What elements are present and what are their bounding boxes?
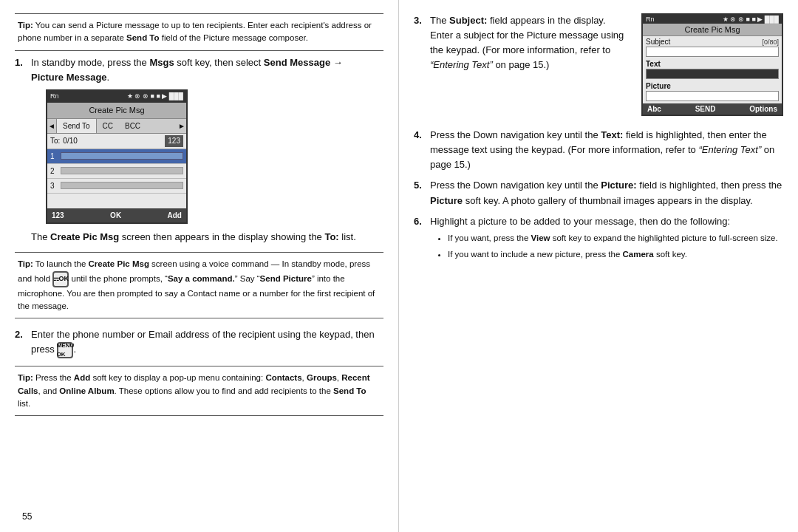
- step5-content: Press the Down navigation key until the …: [430, 178, 783, 208]
- step3-bold1: Subject:: [449, 15, 487, 26]
- menu-button-icon: ⚎OK: [52, 271, 69, 287]
- step2-num: 2.: [15, 327, 28, 358]
- step3-content: 3. The Subject: field appears in the dis…: [414, 13, 630, 122]
- phone1-row-3: 3: [47, 179, 186, 194]
- tip1-prefix: Tip:: [18, 21, 33, 30]
- tip3-prefix: Tip:: [18, 373, 33, 382]
- step2-text: Enter the phone number or Email address …: [31, 329, 375, 355]
- step5-num: 5.: [414, 178, 427, 208]
- tip3-text6: . These options allow you to find and ad…: [115, 386, 333, 395]
- tip3-text1: Press the: [33, 373, 74, 382]
- step5-text2: field is highlighted, then press the: [637, 180, 782, 191]
- phone2-status: Rn ★ ⊗ ⊗ ■ ■ ▶ ███: [643, 15, 782, 24]
- phone1-tab-right-arrow: ►: [177, 119, 186, 134]
- step1-text2: soft key, then select: [174, 57, 264, 68]
- phone2-bottom-left: Abc: [647, 105, 661, 113]
- bullet2-text1: If you want to include a new picture, pr…: [448, 250, 623, 259]
- phone2-bottom-right: Options: [749, 105, 777, 113]
- tip3-bold5: Online Album: [59, 386, 114, 395]
- phone1-bottom-right: Add: [168, 210, 182, 222]
- phone1-row-1: 1: [47, 149, 186, 164]
- step5-bold1: Picture:: [601, 180, 636, 191]
- phone2-picture-input: [646, 91, 779, 101]
- step2-menu-icon: MENUOK: [57, 342, 73, 358]
- step5-text3: soft key. A photo gallery of thumbnail i…: [463, 195, 753, 206]
- step1-text5: screen then appears in the display showi…: [119, 231, 324, 242]
- bullet1-text1: If you want, press the: [448, 233, 531, 242]
- step3-text1: The: [430, 15, 449, 26]
- tip-box-1: Tip: You can send a Picture message to u…: [15, 13, 383, 51]
- tip3-text2: soft key to display a pop-up menu contai…: [90, 373, 265, 382]
- right-column: 3. The Subject: field appears in the dis…: [399, 0, 798, 532]
- phone2-subject-count: [0/80]: [762, 38, 779, 46]
- phone1-tab-sendto: Send To: [56, 119, 97, 134]
- phone2-picture-label: Picture: [643, 81, 782, 90]
- step-3: 3. The Subject: field appears in the dis…: [414, 13, 630, 73]
- tip1-bold1: Send To: [126, 33, 160, 42]
- step1-arrow: →: [330, 57, 343, 68]
- phone1-tab-left-arrow: ◄: [47, 119, 56, 134]
- phone2-subject-input: [646, 47, 779, 57]
- tip2-bold2: Say a command.: [168, 274, 235, 283]
- phone1-bottom-left: 123: [52, 210, 64, 222]
- step5-text1: Press the Down navigation key until the: [430, 180, 601, 191]
- phone2-status-icons: ★ ⊗ ⊗ ■ ■ ▶ ███: [723, 16, 779, 23]
- tip3-bold1: Add: [74, 373, 90, 382]
- step1-bold2: Send Message: [264, 57, 330, 68]
- tip2-text4: ” Say “: [235, 274, 260, 283]
- step4-content: Press the Down navigation key until the …: [430, 128, 783, 172]
- phone1-to-label: To:: [50, 135, 60, 147]
- step6-num: 6.: [414, 214, 427, 262]
- phone1-tabs: ◄ Send To CC BCC ►: [47, 119, 186, 134]
- phone1-bottom-mid: OK: [110, 210, 121, 222]
- step1-text1: In standby mode, press the: [31, 57, 149, 68]
- left-column: Tip: You can send a Picture message to u…: [0, 0, 399, 532]
- phone1-title: Create Pic Msg: [47, 103, 186, 119]
- phone1-status: Rn ★ ⊗ ⊗ ■ ■ ▶ ███: [47, 91, 186, 103]
- step3-num: 3.: [414, 13, 427, 73]
- step1-content: In standby mode, press the Msgs soft key…: [31, 55, 383, 245]
- step3-text3: on page 15.): [493, 59, 550, 70]
- step1-num: 1.: [15, 55, 28, 245]
- step1-bold3: Picture Message: [31, 72, 107, 83]
- tip3-text7: list.: [18, 399, 30, 408]
- tip2-bold3: Send Picture: [260, 274, 312, 283]
- step-6: 6. Highlight a picture to be added to yo…: [414, 214, 783, 262]
- step1-bold1: Msgs: [149, 57, 174, 68]
- tip2-text3: until the phone prompts, “: [69, 274, 168, 283]
- phone-screen-2: Rn ★ ⊗ ⊗ ■ ■ ▶ ███ Create Pic Msg Subjec…: [641, 13, 783, 116]
- step1-bold4: Create Pic Msg: [50, 231, 119, 242]
- phone2-text-input: [646, 69, 779, 79]
- step1-text3: .: [107, 72, 110, 83]
- step-3-row: 3. The Subject: field appears in the dis…: [414, 13, 783, 122]
- phone1-status-icons: ★ ⊗ ⊗ ■ ■ ▶ ███: [127, 92, 183, 102]
- phone1-list: 1 2 3: [47, 149, 186, 208]
- bullet-item-2: If you want to include a new picture, pr…: [448, 248, 783, 262]
- step1-text6: list.: [339, 231, 356, 242]
- step3-italic1: “Entering Text”: [430, 59, 493, 70]
- bullet2-text2: soft key.: [654, 250, 687, 259]
- step5-bold2: Picture: [430, 195, 463, 206]
- phone2-bottom-mid: SEND: [695, 105, 716, 113]
- phone2-container: Rn ★ ⊗ ⊗ ■ ■ ▶ ███ Create Pic Msg Subjec…: [635, 13, 783, 122]
- step2-content: Enter the phone number or Email address …: [31, 327, 383, 358]
- phone-screen-1: Rn ★ ⊗ ⊗ ■ ■ ▶ ███ Create Pic Msg ◄ Send…: [46, 89, 188, 224]
- bullet-item-1: If you want, press the View soft key to …: [448, 232, 783, 245]
- step-1: 1. In standby mode, press the Msgs soft …: [15, 55, 383, 245]
- phone1-tab-cc: CC: [97, 119, 119, 134]
- phone1-bottom: 123 OK Add: [47, 208, 186, 223]
- step-2: 2. Enter the phone number or Email addre…: [15, 327, 383, 358]
- phone2-text-label: Text: [643, 58, 782, 68]
- step3-text: The Subject: field appears in the displa…: [430, 13, 630, 73]
- step4-num: 4.: [414, 128, 427, 172]
- bullet1-bold1: View: [531, 233, 550, 242]
- phone1-to-row: To: 0/10 123: [47, 134, 186, 149]
- phone1-to-count: 0/10: [63, 135, 77, 147]
- bullet2-bold1: Camera: [623, 250, 654, 259]
- tip3-bold2: Contacts: [265, 373, 301, 382]
- phone1-status-left: Rn: [50, 92, 59, 102]
- tip1-text2: field of the Picture message composer.: [160, 33, 308, 42]
- page-number: 55: [22, 511, 32, 522]
- step-4: 4. Press the Down navigation key until t…: [414, 128, 783, 172]
- phone2-subject-row: Subject [0/80]: [643, 36, 782, 46]
